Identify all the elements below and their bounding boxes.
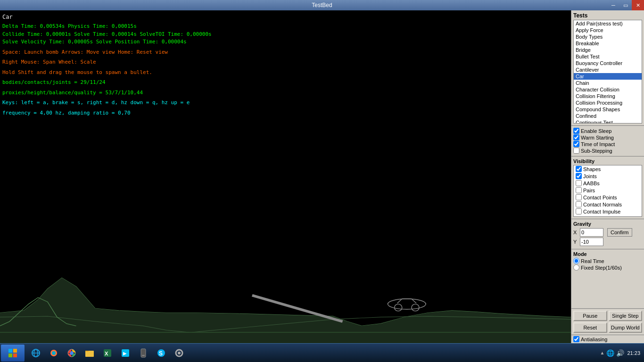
volume-icon[interactable]: 🔊 (616, 349, 624, 357)
visibility-item: Contact Normals (574, 201, 642, 208)
visibility-checkbox[interactable] (576, 194, 582, 200)
test-item[interactable]: Add Pair(stress test) (574, 20, 642, 27)
visibility-item-label: Contact Normals (583, 202, 622, 207)
pause-button[interactable]: Pause (573, 311, 607, 321)
test-item[interactable]: Chain (574, 80, 642, 86)
warm-starting-checkbox[interactable] (573, 134, 579, 140)
keys-mouse-line: Right Mouse: Span Wheel: Scale (2, 58, 212, 66)
test-item[interactable]: Body Types (574, 33, 642, 40)
settings-section: Enable Sleep Warm Starting Time of Impac… (571, 125, 644, 156)
visibility-item: Contact Points (574, 194, 642, 201)
bottom-buttons: Pause Single Step Reset Dump World (571, 308, 644, 335)
proxies-line: proxies/height/balance/quality = 53/7/1/… (2, 89, 212, 97)
solve-velocity-line: Solve Velocity Time: 0,00005s Solve Posi… (2, 38, 212, 46)
test-item[interactable]: Compound Shapes (574, 106, 642, 113)
real-time-label: Real Time (581, 258, 604, 264)
time-of-impact-checkbox[interactable] (573, 141, 579, 147)
svg-text:S: S (159, 350, 163, 357)
test-item[interactable]: Bridge (574, 47, 642, 53)
antialiasing-checkbox[interactable] (573, 336, 579, 342)
canvas-area[interactable]: Car Delta Time: 0,00534s Physics Time: 0… (0, 10, 571, 343)
enable-sleep-checkbox[interactable] (573, 128, 579, 134)
test-item[interactable]: Buoyancy Controller (574, 60, 642, 66)
visibility-checkbox[interactable] (576, 180, 582, 186)
tray-expand[interactable]: ▲ (600, 350, 605, 355)
sub-stepping-label: Sub-Stepping (581, 148, 612, 154)
svg-point-16 (52, 351, 56, 355)
visibility-item: Joints (574, 173, 642, 180)
taskbar-chrome[interactable] (63, 345, 80, 362)
minimize-button[interactable]: ─ (607, 0, 619, 10)
right-panel: Tests Add Pair(stress test)Apply ForceBo… (571, 10, 644, 343)
svg-rect-9 (13, 349, 17, 353)
frequency-line: frequency = 4,00 hz, damping ratio = 0,7… (2, 109, 212, 117)
taskbar-explorer[interactable] (81, 345, 98, 362)
reset-button[interactable]: Reset (573, 322, 607, 333)
keys-shift-line: Hold Shift and drag the mouse to spawn a… (2, 69, 212, 77)
antialiasing-section: Antialiasing (571, 335, 644, 343)
gravity-y-input[interactable] (580, 238, 603, 246)
visibility-checkbox[interactable] (576, 187, 582, 193)
svg-point-29 (178, 352, 181, 354)
enable-sleep-label: Enable Sleep (581, 128, 611, 134)
taskbar-excel[interactable]: X (99, 345, 116, 362)
confirm-button[interactable]: Confirm (607, 228, 632, 237)
start-button[interactable] (1, 345, 25, 362)
tests-label: Tests (573, 12, 642, 19)
titlebar-controls: ─ ▭ ✕ (607, 0, 644, 10)
tests-list[interactable]: Add Pair(stress test)Apply ForceBody Typ… (573, 20, 642, 123)
visibility-checkbox[interactable] (576, 201, 582, 207)
taskbar-phone[interactable] (135, 345, 152, 362)
test-item[interactable]: Continuous Test (574, 119, 642, 123)
test-item[interactable]: Character Collision (574, 86, 642, 93)
close-button[interactable]: ✕ (632, 0, 644, 10)
svg-rect-25 (142, 355, 145, 356)
delta-time-line: Delta Time: 0,00534s Physics Time: 0,000… (2, 23, 212, 31)
buttons-row-1: Pause Single Step (573, 311, 642, 321)
dump-world-button[interactable]: Dump World (609, 322, 643, 333)
mode-section: Mode Real Time Fixed Step(1/60s) (571, 249, 644, 273)
test-item[interactable]: Confined (574, 113, 642, 119)
visibility-list[interactable]: ShapesJointsAABBsPairsContact PointsCont… (573, 165, 642, 217)
test-item[interactable]: Cantilever (574, 66, 642, 73)
svg-point-3 (412, 304, 419, 311)
visibility-item-label: Pairs (583, 188, 595, 193)
visibility-item-label: AABBs (583, 181, 600, 186)
warm-starting-row: Warm Starting (573, 134, 642, 140)
test-item[interactable]: Bullet Test (574, 53, 642, 60)
test-item[interactable]: Breakable (574, 40, 642, 47)
taskbar-skype[interactable]: S (153, 345, 170, 362)
fixed-step-radio[interactable] (573, 264, 579, 271)
title-bar: TestBed ─ ▭ ✕ (0, 0, 644, 10)
test-item[interactable]: Car (574, 73, 642, 80)
svg-text:▶: ▶ (123, 351, 127, 356)
visibility-label: Visibility (573, 158, 642, 164)
time-of-impact-label: Time of Impact (581, 141, 615, 147)
gravity-y-label: Y (573, 239, 578, 245)
svg-rect-24 (141, 349, 146, 357)
visibility-checkbox[interactable] (576, 208, 582, 214)
test-item[interactable]: Apply Force (574, 27, 642, 33)
visibility-checkbox[interactable] (576, 173, 582, 179)
real-time-row: Real Time (573, 258, 642, 264)
test-item[interactable]: Collision Filtering (574, 93, 642, 99)
real-time-radio[interactable] (573, 258, 579, 264)
gravity-x-row: X Confirm (573, 228, 642, 237)
test-item[interactable]: Collision Processing (574, 99, 642, 106)
svg-point-2 (395, 304, 402, 311)
single-step-button[interactable]: Single Step (609, 311, 643, 321)
taskbar-ie[interactable] (27, 345, 44, 362)
visibility-checkbox[interactable] (576, 166, 582, 172)
tests-section: Tests Add Pair(stress test)Apply ForceBo… (571, 10, 644, 125)
taskbar-settings[interactable] (171, 345, 188, 362)
sub-stepping-checkbox[interactable] (573, 148, 579, 154)
system-tray: ▲ 🌐 🔊 (600, 349, 625, 357)
restore-button[interactable]: ▭ (619, 0, 632, 10)
mode-label: Mode (573, 251, 642, 257)
taskbar-store[interactable]: ▶ (117, 345, 134, 362)
svg-rect-10 (8, 354, 12, 357)
taskbar-firefox[interactable] (45, 345, 62, 362)
enable-sleep-row: Enable Sleep (573, 128, 642, 134)
gravity-x-input[interactable] (580, 228, 603, 237)
visibility-item: Shapes (574, 165, 642, 173)
